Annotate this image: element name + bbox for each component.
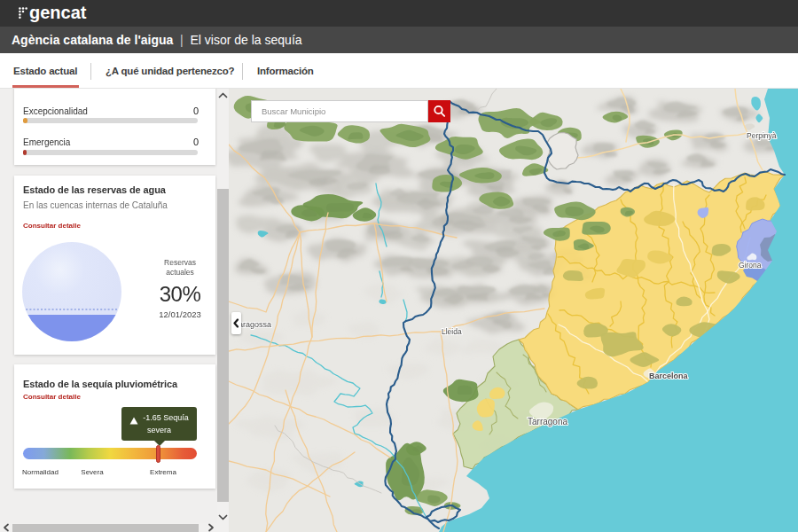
svg-text:Tarragona: Tarragona [528,417,567,426]
svg-text:Girona: Girona [739,261,762,270]
svg-text:Perpinyà: Perpinyà [747,131,777,140]
svg-text:Barcelona: Barcelona [649,372,689,380]
svg-text:Lleida: Lleida [442,327,462,336]
